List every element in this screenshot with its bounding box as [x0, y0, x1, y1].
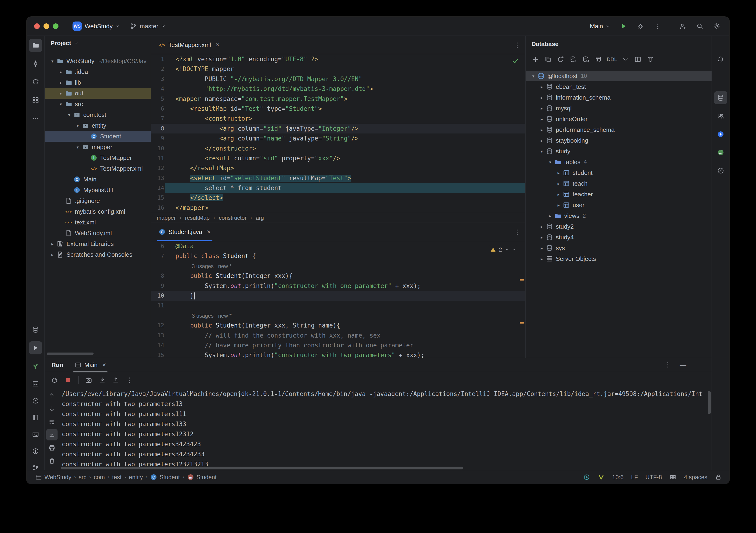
code-line-9[interactable]: 9 System.out.println("constructor with o…	[151, 281, 526, 291]
editor-options-icon[interactable]	[514, 229, 521, 236]
tool-stripe-commit-button[interactable]	[29, 57, 42, 70]
tool-stripe-run-button[interactable]	[29, 341, 42, 354]
tool-stripe-build-button[interactable]	[29, 377, 42, 391]
tree-item-mapper[interactable]: ▾mapper	[45, 142, 150, 152]
search-everywhere-button[interactable]	[694, 20, 706, 32]
tool-stripe-database-button[interactable]	[714, 91, 727, 104]
console-output[interactable]: /Users/eve/Library/Java/JavaVirtualMachi…	[59, 388, 712, 470]
editor-options-icon[interactable]	[514, 41, 521, 49]
chevron-closed-icon[interactable]: ▸	[555, 192, 562, 197]
code-line[interactable]: 3 usages new *	[151, 261, 526, 271]
chevron-closed-icon[interactable]: ▸	[538, 224, 546, 229]
status-crumb-webstudy[interactable]: WebStudy	[35, 474, 71, 481]
scroll-to-end-button[interactable]	[46, 429, 58, 441]
code-line-7[interactable]: 7 <constructor>	[151, 114, 526, 123]
tab-run-main[interactable]: Main ×	[71, 358, 110, 372]
readonly-toggle[interactable]	[715, 474, 722, 481]
tree-item-@localhost[interactable]: ▾@localhost10	[526, 71, 712, 81]
next-occurrence-button[interactable]	[46, 403, 58, 414]
code-line-6[interactable]: 6@Data	[151, 241, 526, 251]
code-line-15[interactable]: 15 System.out.println("constructor with …	[151, 350, 526, 358]
project-selector[interactable]: WS WebStudy	[70, 20, 122, 33]
tree-item-out[interactable]: ▸out	[45, 88, 150, 99]
code-line-7[interactable]: 7public class Student {	[151, 251, 526, 261]
status-crumb-student[interactable]: mStudent	[187, 474, 217, 481]
close-tab-icon[interactable]: ×	[102, 362, 106, 368]
chevron-closed-icon[interactable]: ▸	[538, 95, 546, 100]
breadcrumb-mapper[interactable]: mapper	[157, 215, 176, 221]
chevron-open-icon[interactable]: ▾	[74, 123, 81, 128]
chevron-open-icon[interactable]: ▾	[66, 113, 73, 117]
tool-stripe-structure-button[interactable]	[29, 93, 42, 107]
tree-item-tables[interactable]: ▾tables4	[526, 157, 712, 167]
branch-selector[interactable]: master	[127, 21, 168, 32]
tree-item-teach[interactable]: ▸teach	[526, 178, 712, 189]
minimize-window-button[interactable]	[43, 23, 49, 29]
tool-stripe-services-button[interactable]	[29, 394, 42, 407]
tree-item-mysql[interactable]: ▸mysql	[526, 103, 712, 114]
inspections-ok-icon[interactable]	[512, 58, 519, 64]
chevron-closed-icon[interactable]: ▸	[49, 241, 56, 246]
close-tab-icon[interactable]: ×	[216, 41, 219, 48]
tree-item-study2[interactable]: ▸study2	[526, 221, 712, 232]
code-line[interactable]: 3 usages new *	[151, 311, 526, 320]
chevron-closed-icon[interactable]: ▸	[555, 181, 562, 186]
status-indicator[interactable]	[583, 474, 590, 481]
tree-item-.idea[interactable]: ▸.idea	[45, 66, 150, 77]
tree-item-views[interactable]: ▸views2	[526, 210, 712, 221]
tool-stripe-more-tool-windows-button[interactable]	[29, 112, 42, 125]
code-line-13[interactable]: 13 // will find the constructor with xxx…	[151, 331, 526, 341]
export-button[interactable]	[110, 374, 122, 386]
chevron-closed-icon[interactable]: ▸	[57, 69, 65, 74]
next-warning-icon[interactable]	[512, 247, 516, 252]
code-line-2[interactable]: 2<!DOCTYPE mapper	[151, 64, 526, 74]
tree-item-user[interactable]: ▸user	[526, 200, 712, 210]
sync-data-source-button[interactable]	[567, 54, 579, 65]
tool-stripe-terminal-button[interactable]	[29, 428, 42, 441]
status-crumb-com[interactable]: com	[94, 474, 105, 481]
tree-item-main[interactable]: CMain	[45, 174, 150, 185]
chevron-closed-icon[interactable]: ▸	[538, 106, 546, 111]
code-line-12[interactable]: 12 public Student(Integer xxx, String na…	[151, 320, 526, 330]
tree-item-staybooking[interactable]: ▸staybooking	[526, 135, 712, 146]
chevron-open-icon[interactable]: ▾	[538, 149, 546, 154]
project-panel-header[interactable]: Project	[45, 36, 150, 50]
caret-position[interactable]: 10:6	[612, 474, 624, 481]
project-hscrollbar[interactable]	[47, 352, 94, 355]
chevron-closed-icon[interactable]: ▸	[538, 127, 546, 132]
code-line-14[interactable]: 14 select * from student	[151, 183, 526, 193]
tree-item-ebean_test[interactable]: ▸ebean_test	[526, 81, 712, 92]
tree-item-student[interactable]: CStudent	[45, 131, 150, 142]
chevron-closed-icon[interactable]: ▸	[538, 235, 546, 240]
tree-item-.gitignore[interactable]: .gitignore	[45, 195, 150, 206]
chevron-closed-icon[interactable]: ▸	[49, 252, 56, 257]
tree-item-study[interactable]: ▾study	[526, 146, 712, 157]
tool-stripe-ai-assistant-button[interactable]	[714, 128, 727, 141]
code-line-11[interactable]: 11 <result column="sid" property="xxx"/>	[151, 153, 526, 163]
new-data-source-button[interactable]	[529, 54, 541, 65]
tool-stripe-vcs-update-button[interactable]	[29, 75, 42, 89]
indent-icon[interactable]	[669, 474, 676, 481]
chevron-closed-icon[interactable]: ▸	[57, 80, 65, 85]
breadcrumb-arg[interactable]: arg	[256, 215, 264, 221]
code-with-me-button[interactable]	[677, 20, 689, 32]
chevron-closed-icon[interactable]: ▸	[546, 214, 554, 218]
run-config-selector[interactable]: Main	[587, 21, 613, 32]
tree-item-testmapper.xml[interactable]: </>TestMapper.xml	[45, 163, 150, 174]
tree-item-mybatisutil[interactable]: CMybatisUtil	[45, 185, 150, 195]
close-tab-icon[interactable]: ×	[207, 229, 211, 235]
chevron-closed-icon[interactable]: ▸	[538, 256, 546, 261]
chevron-open-icon[interactable]: ▾	[74, 145, 81, 150]
filter-button[interactable]	[645, 54, 656, 65]
vcs-widget[interactable]	[598, 474, 605, 481]
zoom-window-button[interactable]	[53, 23, 59, 29]
tab-testmapper-xml[interactable]: </> TestMapper.xml ×	[155, 36, 223, 54]
code-line-12[interactable]: 12 </resultMap>	[151, 163, 526, 173]
project-tree[interactable]: ▾WebStudy~/Desktop/CS/Jav▸.idea▸lib▸out▾…	[45, 50, 150, 260]
code-line-16[interactable]: 16</mapper>	[151, 203, 526, 213]
xml-code-area[interactable]: 1<?xml version="1.0" encoding="UTF-8" ?>…	[151, 54, 526, 213]
chevron-closed-icon[interactable]: ▸	[555, 170, 562, 175]
tree-item-com.test[interactable]: ▾com.test	[45, 110, 150, 120]
tab-student-java[interactable]: C Student.java ×	[155, 223, 214, 241]
code-line-8[interactable]: 8 public Student(Integer xxx){	[151, 271, 526, 281]
